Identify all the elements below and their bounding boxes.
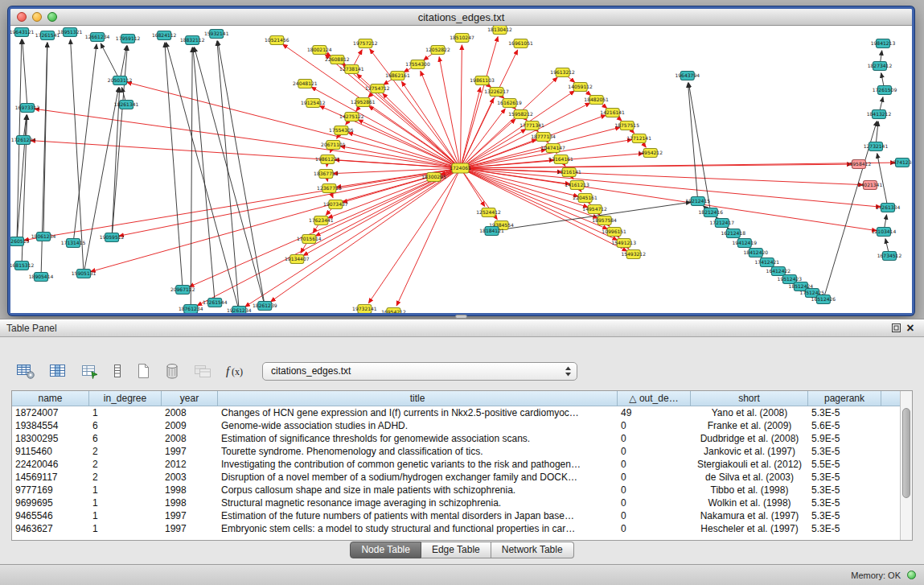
table-row[interactable]: 946554611997Estimation of the future num… (12, 509, 900, 522)
column-header-name[interactable]: name (12, 391, 89, 406)
cell-out_de: 0 (618, 522, 691, 535)
function-button[interactable]: f(x) (224, 361, 249, 381)
svg-text:(x): (x) (232, 366, 243, 377)
cell-name: 9115460 (12, 445, 89, 458)
close-panel-icon[interactable]: × (903, 322, 918, 335)
close-window-icon[interactable] (17, 12, 27, 22)
graph-node-label: 17554300 (405, 61, 430, 67)
graph-edge[interactable] (688, 83, 697, 201)
graph-node-label: 18300295 (421, 174, 446, 179)
graph-edge[interactable] (383, 93, 461, 168)
table-row[interactable]: 1938455462009Genome-wide association stu… (12, 419, 900, 432)
graph-edge[interactable] (460, 164, 851, 168)
graph-edge[interactable] (460, 88, 480, 168)
graph-node-label: 16815312 (10, 262, 34, 268)
column-header-in_degree[interactable]: in_degree (89, 391, 162, 406)
delete-button[interactable] (162, 360, 182, 381)
tab-network-table[interactable]: Network Table (491, 542, 574, 558)
graph-node-label: 17015614 (297, 236, 322, 241)
table-import-button[interactable] (79, 360, 101, 381)
graph-node-label: 19861103 (470, 77, 495, 83)
graph-node-label: 16973312 (15, 105, 40, 110)
table-row[interactable]: 977716911998Corpus callosum shape and si… (12, 484, 900, 496)
cell-in_degree: 1 (89, 509, 162, 522)
network-canvas[interactable]: 1724061185102471205282217554300168621611… (10, 26, 912, 313)
graph-node-label: 22608812 (325, 56, 350, 62)
graph-node-label: 12052822 (425, 47, 450, 52)
graph-node-label: 12952861 (351, 99, 376, 105)
graph-edge[interactable] (460, 45, 462, 168)
new-document-button[interactable] (133, 360, 153, 381)
graph-edge[interactable] (23, 39, 27, 108)
table-row[interactable]: 946362711997Embryonic stem cells: a mode… (12, 522, 900, 535)
column-header-out_de[interactable]: △ out_de… (618, 391, 691, 406)
graph-edge[interactable] (35, 109, 461, 168)
graph-node-label: 14216141 (600, 109, 625, 115)
table-rows-button[interactable] (111, 360, 124, 381)
graph-node-label: 15491213 (611, 240, 636, 245)
table-columns-button[interactable] (47, 360, 69, 381)
cell-title: Genome-wide association studies in ADHD. (218, 419, 618, 432)
table-row[interactable]: 2242004622012Investigating the contribut… (12, 458, 900, 471)
graph-edge[interactable] (688, 83, 711, 212)
graph-node-label: 19757212 (353, 40, 378, 46)
window-title: citations_edges.txt (10, 11, 912, 23)
graph-edge[interactable] (119, 168, 461, 236)
minimize-window-icon[interactable] (32, 12, 42, 22)
graph-edge[interactable] (112, 46, 127, 237)
cell-year: 2012 (162, 458, 218, 471)
graph-edge[interactable] (460, 109, 505, 168)
cell-short: Nakamura et al. (1997) (691, 509, 808, 522)
graph-node-label: 19512423 (778, 276, 803, 282)
cell-out_de: 49 (618, 406, 691, 419)
column-header-title[interactable]: title (218, 391, 618, 406)
graph-edge[interactable] (127, 82, 461, 168)
table-row[interactable]: 1830029562008Estimation of significance … (12, 432, 900, 445)
cell-title: Investigating the contribution of common… (218, 458, 618, 471)
graph-edge[interactable] (421, 71, 461, 168)
table-select-combo[interactable]: citations_edges.txt (262, 362, 577, 381)
float-panel-icon[interactable] (889, 322, 903, 335)
table-panel-title: Table Panel (6, 323, 889, 334)
cell-year: 1998 (162, 496, 218, 509)
graph-edge[interactable] (120, 46, 126, 80)
table-row[interactable]: 911546021997Tourette syndrome. Phenomeno… (12, 445, 900, 458)
graph-node-label: 18212416 (698, 209, 723, 215)
graph-edge[interactable] (191, 47, 192, 309)
graph-edge[interactable] (877, 154, 888, 208)
network-graph[interactable]: 1724061185102471205282217554300168621611… (10, 26, 912, 313)
table-scrollbar-thumb[interactable] (902, 408, 910, 498)
tab-node-table[interactable]: Node Table (350, 542, 421, 558)
graph-node-label: 19125412 (301, 100, 326, 105)
graph-node-label: 19261234 (227, 307, 252, 313)
column-header-short[interactable]: short (691, 391, 808, 406)
cell-in_degree: 2 (89, 445, 162, 458)
graph-edge[interactable] (84, 88, 118, 274)
cell-pagerank: 5.3E-5 (808, 522, 881, 535)
table-panel-header: Table Panel × (0, 319, 924, 337)
table-settings-button[interactable] (14, 360, 37, 381)
tab-edge-table[interactable]: Edge Table (421, 542, 491, 558)
graph-node-label: 14954712 (582, 206, 607, 212)
graph-node-label: 14275122 (339, 113, 364, 119)
graph-node-label: 18184121 (479, 228, 504, 233)
graph-edge[interactable] (101, 43, 120, 80)
graph-edge[interactable] (165, 43, 183, 290)
graph-node-label: 20671101 (321, 142, 346, 147)
cell-name: 22420046 (12, 458, 89, 471)
graph-edge[interactable] (218, 41, 265, 306)
table-row[interactable]: 969969511998Structural magnetic resonanc… (12, 496, 900, 509)
graph-edge[interactable] (195, 47, 265, 306)
window-titlebar[interactable]: citations_edges.txt (10, 9, 912, 26)
table-row[interactable]: 1456911722003Disruption of a novel membe… (12, 471, 900, 484)
graph-edge[interactable] (112, 88, 120, 237)
graph-edge[interactable] (271, 168, 461, 302)
zoom-window-icon[interactable] (47, 12, 57, 22)
column-header-pagerank[interactable]: pagerank (808, 391, 881, 406)
graph-edge[interactable] (193, 47, 215, 303)
table-scrollbar[interactable] (900, 391, 912, 540)
graph-edge[interactable] (43, 43, 47, 237)
column-header-year[interactable]: year (162, 391, 218, 406)
table-row[interactable]: 1872400712008Changes of HCN gene express… (12, 406, 900, 419)
graph-edge[interactable] (31, 141, 460, 168)
